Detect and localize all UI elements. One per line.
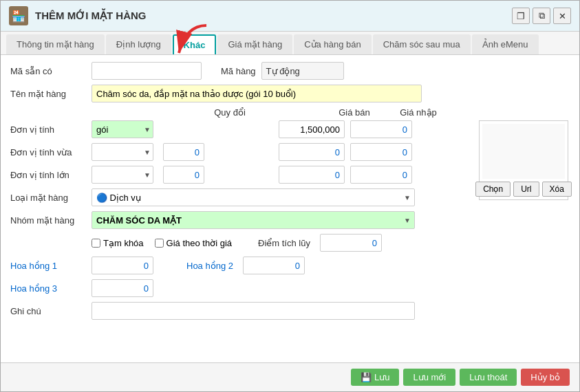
ma-san-co-input[interactable] <box>92 62 202 80</box>
don-vi-tinh-vua-select-wrap: ▼ <box>92 143 153 161</box>
gia-ban-header: Giá bán <box>321 107 387 118</box>
page-title: THÊM MỚI MẶT HÀNG <box>35 10 505 22</box>
ten-mat-hang-label: Tên mặt hàng <box>10 89 86 99</box>
tab-anh[interactable]: Ảnh eMenu <box>472 34 539 54</box>
gia-nhap-header: Giá nhập <box>387 107 449 118</box>
tab-gia[interactable]: Giá mặt hàng <box>217 34 292 54</box>
ghi-chu-input[interactable] <box>92 302 415 320</box>
cancel-button[interactable]: Hủy bỏ <box>521 369 570 386</box>
nhom-mat-hang-label: Nhóm mặt hàng <box>10 215 86 226</box>
nhom-mat-hang-select[interactable]: CHĂM SÓC DA MẶT <box>92 211 415 229</box>
hoa-hong-2-input[interactable] <box>243 257 305 274</box>
image-buttons: Chọn Url Xóa <box>475 182 572 197</box>
hoa-hong-3-input[interactable] <box>92 279 153 297</box>
tab-bar: Thông tin mặt hàng Định lượng Khác Giá m… <box>1 32 579 55</box>
modal-header: 🏪 THÊM MỚI MẶT HÀNG ❐ ⧉ ✕ <box>1 1 579 32</box>
save-exit-label: Lưu thoát <box>469 372 507 382</box>
tam-khoa-checkbox[interactable]: Tạm khóa <box>92 238 144 248</box>
footer: 💾 Lưu Lưu mới Lưu thoát Hủy bỏ <box>1 362 579 391</box>
don-vi-tinh-vua-row: Đơn vị tính vừa ▼ <box>10 143 479 161</box>
cancel-label: Hủy bỏ <box>530 372 560 382</box>
ghi-chu-row: Ghi chú <box>10 302 570 320</box>
chon-button[interactable]: Chọn <box>475 182 511 197</box>
dv-gia-ban-1-input[interactable] <box>279 120 345 138</box>
diem-tich-luy-label: Điểm tích lũy <box>258 238 310 248</box>
don-vi-tinh-vua-label: Đơn vị tính vừa <box>10 147 86 157</box>
don-vi-tinh-select[interactable]: gói <box>92 120 153 138</box>
loai-mat-hang-row: Loại mặt hàng 🔵 Dịch vụ ▼ <box>10 188 479 206</box>
save-label: Lưu <box>374 372 389 382</box>
close-button[interactable]: ✕ <box>553 8 571 24</box>
quy-doi-header: Quy đổi <box>207 107 253 118</box>
xoa-button[interactable]: Xóa <box>542 182 572 197</box>
loai-mat-hang-label: Loại mặt hàng <box>10 193 86 203</box>
dv-gia-nhap-2-input[interactable] <box>350 143 412 161</box>
ma-san-co-label: Mã sẵn có <box>10 66 86 76</box>
ten-mat-hang-row: Tên mặt hàng <box>10 85 570 102</box>
gia-theo-thoi-gia-checkbox[interactable]: Giá theo thời giá <box>155 238 232 248</box>
tab-cham-soc[interactable]: Chăm sóc sau mua <box>373 34 471 54</box>
don-vi-tinh-lon-row: Đơn vị tính lớn ▼ <box>10 166 479 184</box>
hoa-hong-1-input[interactable] <box>92 257 153 274</box>
tam-khoa-label: Tạm khóa <box>103 238 144 248</box>
ten-mat-hang-input[interactable] <box>92 85 422 102</box>
hoa-hong-2-label: Hoa hồng 2 <box>186 261 233 271</box>
tab-thong-tin[interactable]: Thông tin mặt hàng <box>6 34 105 54</box>
save-new-button[interactable]: Lưu mới <box>403 369 455 386</box>
gia-theo-thoi-gia-label: Giá theo thời giá <box>167 238 232 248</box>
checkbox-row: Tạm khóa Giá theo thời giá Điểm tích lũy <box>10 234 570 252</box>
url-button[interactable]: Url <box>513 182 539 197</box>
image-area: Chọn Url Xóa <box>479 120 568 200</box>
dv-gia-ban-2-input[interactable] <box>279 143 345 161</box>
new-window-button[interactable]: ⧉ <box>533 8 550 24</box>
ma-hang-label: Mã hàng <box>221 66 256 76</box>
tab-cua-hang[interactable]: Cửa hàng bán <box>294 34 371 54</box>
save-button[interactable]: 💾 Lưu <box>351 369 399 386</box>
don-vi-tinh-lon-select[interactable] <box>92 166 153 184</box>
don-vi-tinh-select-wrap: gói ▼ <box>92 120 153 138</box>
tam-khoa-input[interactable] <box>92 239 100 248</box>
ma-hang-value: Tự động <box>261 62 344 80</box>
loai-mat-hang-select[interactable]: 🔵 Dịch vụ <box>92 188 415 206</box>
column-headers: Quy đổi Giá bán Giá nhập <box>10 107 570 118</box>
gia-theo-thoi-gia-input[interactable] <box>155 239 164 248</box>
app-icon: 🏪 <box>9 6 28 25</box>
tab-khac[interactable]: Khác <box>173 34 217 54</box>
hoa-hong-3-label: Hoa hồng 3 <box>10 283 86 294</box>
save-exit-button[interactable]: Lưu thoát <box>460 369 517 386</box>
dv-quy-doi-3-input[interactable] <box>163 166 204 184</box>
dv-gia-nhap-1-input[interactable] <box>350 120 412 138</box>
don-vi-tinh-lon-select-wrap: ▼ <box>92 166 153 184</box>
nhom-mat-hang-row: Nhóm mặt hàng CHĂM SÓC DA MẶT ▼ <box>10 211 570 229</box>
hoa-hong-3-row: Hoa hồng 3 <box>10 279 570 297</box>
loai-select-wrap: 🔵 Dịch vụ ▼ <box>92 188 415 206</box>
diem-tich-luy-input[interactable] <box>320 234 382 252</box>
save-new-label: Lưu mới <box>413 372 446 382</box>
dv-gia-ban-3-input[interactable] <box>279 166 345 184</box>
don-vi-tinh-vua-select[interactable] <box>92 143 153 161</box>
don-vi-tinh-row: Đơn vị tính gói ▼ <box>10 120 479 138</box>
nhom-select-wrap: CHĂM SÓC DA MẶT ▼ <box>92 211 415 229</box>
header-actions: ❐ ⧉ ✕ <box>512 8 571 24</box>
ghi-chu-label: Ghi chú <box>10 306 86 316</box>
copy-button[interactable]: ❐ <box>512 8 530 24</box>
ma-san-co-row: Mã sẵn có Mã hàng Tự động <box>10 62 570 80</box>
don-vi-tinh-lon-label: Đơn vị tính lớn <box>10 170 86 180</box>
save-icon: 💾 <box>361 372 372 382</box>
tab-dinh-luong[interactable]: Định lượng <box>106 34 171 54</box>
dv-gia-nhap-3-input[interactable] <box>350 166 412 184</box>
form-content: Mã sẵn có Mã hàng Tự động Tên mặt hàng Q… <box>1 55 579 362</box>
hoa-hong-12-row: Hoa hồng 1 Hoa hồng 2 <box>10 257 570 274</box>
hoa-hong-1-label: Hoa hồng 1 <box>10 261 86 271</box>
dv-quy-doi-2-input[interactable] <box>163 143 204 161</box>
don-vi-tinh-label: Đơn vị tính <box>10 124 86 135</box>
